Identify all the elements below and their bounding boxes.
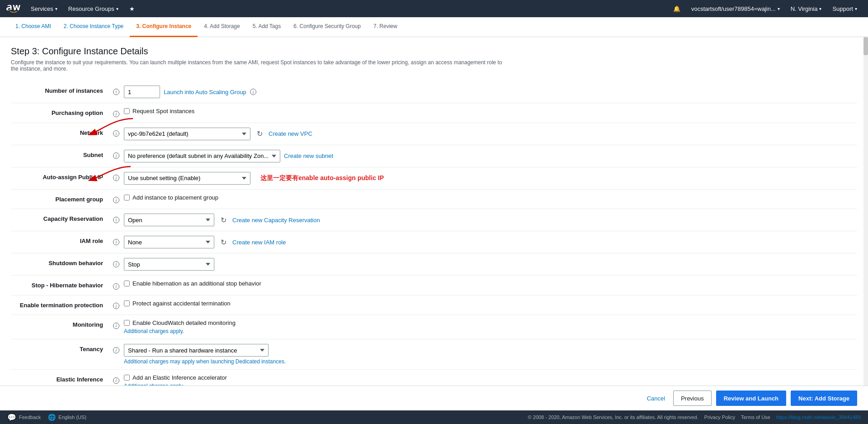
page-footer: 💬 Feedback 🌐 English (US) © 2008 - 2020,… [0, 410, 868, 424]
placement-group-checkbox[interactable] [124, 195, 130, 200]
annotation-text: 这里一定要有enable auto-assign public IP [260, 174, 384, 182]
placement-group-label[interactable]: Add instance to placement group [124, 194, 853, 201]
label-monitoring: Monitoring [11, 315, 110, 339]
capacity-reservation-select[interactable]: Open [124, 214, 214, 226]
label-auto-assign-ip: Auto-assign Public IP [11, 167, 110, 189]
hibernate-label[interactable]: Enable hibernation as an additional stop… [124, 280, 853, 287]
request-spot-checkbox[interactable] [124, 108, 130, 114]
scrollbar-thumb[interactable] [863, 37, 868, 55]
subnet-select[interactable]: No preference (default subnet in any Ava… [124, 150, 280, 162]
step-navigation: 1. Choose AMI 2. Choose Instance Type 3.… [0, 17, 868, 37]
services-menu[interactable]: Services ▾ [25, 0, 63, 17]
create-capacity-link[interactable]: Create new Capacity Reservation [232, 217, 320, 224]
info-auto-assign-ip[interactable]: i [113, 175, 119, 181]
feedback-link[interactable]: Feedback [19, 414, 41, 420]
language-link[interactable]: English (US) [58, 414, 86, 420]
nav-right: 🔔 vocstartsoft/user789854=wajin... ▾ N. … [668, 0, 863, 17]
termination-protection-label[interactable]: Protect against accidental termination [124, 300, 853, 307]
number-of-instances-input[interactable] [124, 86, 160, 98]
step-5[interactable]: 5. Add Tags [246, 17, 288, 37]
resource-groups-caret: ▾ [116, 6, 118, 11]
page-description: Configure the instance to suit your requ… [11, 59, 508, 72]
footer-right: © 2008 - 2020, Amazon Web Services, Inc.… [528, 414, 861, 420]
row-termination-protection: Enable termination protection i Protect … [11, 295, 857, 315]
info-termination-protection[interactable]: i [113, 303, 119, 309]
monitoring-label[interactable]: Enable CloudWatch detailed monitoring [124, 319, 853, 326]
main-content: Step 3: Configure Instance Details Confi… [0, 37, 868, 424]
step-2[interactable]: 2. Choose Instance Type [57, 17, 130, 37]
label-subnet: Subnet [11, 145, 110, 167]
previous-button[interactable]: Previous [673, 391, 712, 406]
tenancy-select[interactable]: Shared - Run a shared hardware instance [124, 344, 269, 357]
region-menu[interactable]: N. Virginia ▾ [785, 0, 827, 17]
info-auto-scaling[interactable]: i [250, 89, 256, 95]
label-number-of-instances: Number of instances [11, 81, 110, 103]
iam-role-select[interactable]: None [124, 236, 214, 248]
terms-link[interactable]: Terms of Use [741, 414, 770, 420]
label-termination-protection: Enable termination protection [11, 295, 110, 315]
info-iam-role[interactable]: i [113, 239, 119, 245]
label-purchasing-option: Purchasing option [11, 103, 110, 123]
label-tenancy: Tenancy [11, 339, 110, 370]
info-purchasing-option[interactable]: i [113, 111, 119, 117]
row-purchasing-option: Purchasing option i Request Spot instanc… [11, 103, 857, 123]
step-7[interactable]: 7. Review [367, 17, 404, 37]
page-title: Step 3: Configure Instance Details [11, 46, 857, 57]
shutdown-behavior-select[interactable]: Stop [124, 258, 214, 271]
request-spot-label[interactable]: Request Spot instances [124, 108, 853, 114]
auto-assign-ip-select[interactable]: Use subnet setting (Enable) [124, 172, 250, 185]
review-launch-button[interactable]: Review and Launch [716, 391, 786, 406]
info-placement-group[interactable]: i [113, 197, 119, 203]
tenancy-charges-link[interactable]: Additional charges may apply when launch… [124, 358, 853, 365]
step-1[interactable]: 1. Choose AMI [9, 17, 57, 37]
privacy-link[interactable]: Privacy Policy [704, 414, 735, 420]
step-3[interactable]: 3. Configure Instance [130, 17, 198, 37]
notifications[interactable]: 🔔 [668, 0, 686, 17]
label-hibernate-behavior: Stop - Hibernate behavior [11, 276, 110, 295]
info-capacity-reservation[interactable]: i [113, 217, 119, 223]
network-select[interactable]: vpc-9b7e62e1 (default) [124, 128, 250, 140]
cancel-button[interactable]: Cancel [643, 392, 669, 405]
label-iam-role: IAM role [11, 231, 110, 253]
bookmarks[interactable]: ★ [124, 0, 140, 17]
info-hibernate-behavior[interactable]: i [113, 283, 119, 290]
info-monitoring[interactable]: i [113, 323, 119, 329]
row-tenancy: Tenancy i Shared - Run a shared hardware… [11, 339, 857, 370]
refresh-capacity-button[interactable]: ↻ [218, 214, 229, 225]
info-number-of-instances[interactable]: i [113, 89, 119, 95]
resource-groups-menu[interactable]: Resource Groups ▾ [63, 0, 124, 17]
row-auto-assign-ip: Auto-assign Public IP i Use subnet setti… [11, 167, 857, 189]
info-shutdown-behavior[interactable]: i [113, 261, 119, 267]
footer-left: 💬 Feedback 🌐 English (US) [7, 413, 86, 422]
refresh-iam-button[interactable]: ↻ [218, 237, 229, 248]
info-elastic-inference[interactable]: i [113, 377, 119, 384]
monitoring-checkbox[interactable] [124, 320, 130, 326]
elastic-inference-label[interactable]: Add an Elastic Inference accelerator [124, 374, 853, 381]
next-button[interactable]: Next: Add Storage [791, 391, 857, 406]
step-4[interactable]: 4. Add Storage [198, 17, 246, 37]
account-menu[interactable]: vocstartsoft/user789854=wajin... ▾ [686, 0, 785, 17]
row-network: Network i vpc-9b7e62e1 (default) ↻ Creat… [11, 123, 857, 145]
row-subnet: Subnet i No preference (default subnet i… [11, 145, 857, 167]
label-network: Network [11, 123, 110, 145]
refresh-network-button[interactable]: ↻ [254, 129, 265, 139]
aws-logo[interactable] [5, 0, 22, 17]
hibernate-checkbox[interactable] [124, 281, 130, 286]
info-tenancy[interactable]: i [113, 347, 119, 353]
support-menu[interactable]: Support ▾ [827, 0, 863, 17]
create-vpc-link[interactable]: Create new VPC [269, 130, 312, 137]
info-subnet[interactable]: i [113, 152, 119, 159]
csdn-link[interactable]: https://blog.csdn.net/weixin_38441489 [776, 414, 861, 420]
info-network[interactable]: i [113, 130, 119, 137]
launch-auto-scaling-link[interactable]: Launch into Auto Scaling Group [164, 89, 246, 95]
top-navigation: Services ▾ Resource Groups ▾ ★ 🔔 vocstar… [0, 0, 868, 17]
elastic-inference-checkbox[interactable] [124, 375, 130, 381]
termination-protection-checkbox[interactable] [124, 300, 130, 306]
monitoring-charges-link[interactable]: Additional charges apply. [124, 328, 853, 334]
step-6[interactable]: 6. Configure Security Group [287, 17, 367, 37]
create-iam-role-link[interactable]: Create new IAM role [232, 239, 286, 246]
label-capacity-reservation: Capacity Reservation [11, 209, 110, 231]
row-shutdown-behavior: Shutdown behavior i Stop [11, 253, 857, 276]
row-placement-group: Placement group i Add instance to placem… [11, 189, 857, 209]
create-subnet-link[interactable]: Create new subnet [284, 152, 333, 159]
